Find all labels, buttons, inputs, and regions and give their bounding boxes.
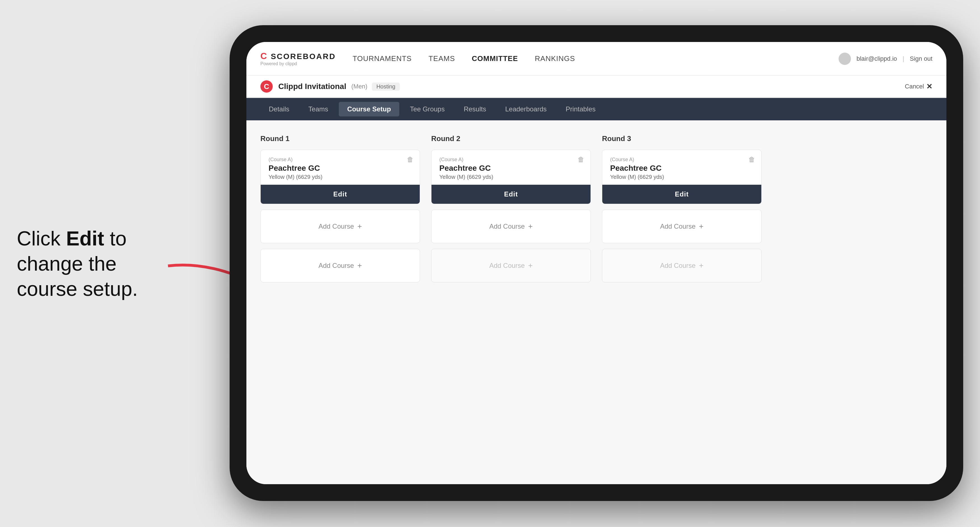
round-3-plus-icon-2: + bbox=[699, 261, 703, 270]
instruction-bold: Edit bbox=[66, 227, 104, 250]
round-1-delete-icon[interactable]: 🗑 bbox=[405, 154, 415, 165]
powered-by-text: Powered by clippd bbox=[260, 61, 336, 66]
round-1-add-course-text-1: Add Course + bbox=[318, 222, 362, 231]
user-email: blair@clippd.io bbox=[856, 55, 897, 62]
hosting-badge: Hosting bbox=[372, 83, 400, 90]
round-2-column: Round 2 (Course A) Peachtree GC Yellow (… bbox=[431, 134, 591, 288]
logo-area: C SCOREBOARD Powered by clippd bbox=[260, 51, 336, 66]
round-1-add-course-text-2: Add Course + bbox=[318, 261, 362, 270]
round-2-plus-icon-1: + bbox=[528, 222, 533, 231]
round-3-column: Round 3 (Course A) Peachtree GC Yellow (… bbox=[602, 134, 762, 288]
round-2-add-course-label-2: Add Course bbox=[489, 262, 525, 270]
round-3-plus-icon-1: + bbox=[699, 222, 703, 231]
round-1-course-name: Peachtree GC bbox=[269, 164, 412, 173]
round-1-edit-button[interactable]: Edit bbox=[261, 185, 420, 204]
round-2-header: Round 2 bbox=[431, 134, 591, 143]
tournament-gender: (Men) bbox=[352, 83, 368, 90]
round-1-column: Round 1 (Course A) Peachtree GC Yellow (… bbox=[260, 134, 420, 288]
round-3-add-course-label-2: Add Course bbox=[660, 262, 695, 270]
nav-separator: | bbox=[903, 55, 904, 62]
round-1-course-inner: (Course A) Peachtree GC Yellow (M) (6629… bbox=[261, 150, 420, 180]
tab-details[interactable]: Details bbox=[260, 102, 298, 116]
tab-teams[interactable]: Teams bbox=[300, 102, 337, 116]
nav-tournaments[interactable]: TOURNAMENTS bbox=[353, 54, 412, 63]
scoreboard-logo: C SCOREBOARD bbox=[260, 51, 336, 61]
nav-links: TOURNAMENTS TEAMS COMMITTEE RANKINGS bbox=[353, 54, 838, 63]
round-3-course-details: Yellow (M) (6629 yds) bbox=[610, 174, 754, 180]
round-1-add-course-label-1: Add Course bbox=[318, 222, 354, 230]
rounds-grid: Round 1 (Course A) Peachtree GC Yellow (… bbox=[260, 134, 932, 288]
round-3-add-course-1[interactable]: Add Course + bbox=[602, 210, 762, 243]
round-2-course-inner: (Course A) Peachtree GC Yellow (M) (6629… bbox=[431, 150, 590, 180]
round-1-add-course-1[interactable]: Add Course + bbox=[260, 210, 420, 243]
round-2-course-label: (Course A) bbox=[439, 157, 583, 163]
tab-printables[interactable]: Printables bbox=[557, 102, 604, 116]
tournament-logo-letter: C bbox=[264, 82, 269, 91]
round-1-plus-icon-2: + bbox=[357, 261, 362, 270]
round-3-header: Round 3 bbox=[602, 134, 762, 143]
round-3-add-course-text-1: Add Course + bbox=[660, 222, 703, 231]
tabs-row: Details Teams Course Setup Tee Groups Re… bbox=[247, 98, 947, 121]
tablet-screen: C SCOREBOARD Powered by clippd TOURNAMEN… bbox=[247, 42, 947, 484]
tab-course-setup[interactable]: Course Setup bbox=[339, 102, 399, 116]
tournament-logo: C bbox=[260, 80, 273, 93]
tournament-name: Clippd Invitational bbox=[278, 82, 346, 91]
round-2-course-card: (Course A) Peachtree GC Yellow (M) (6629… bbox=[431, 150, 591, 204]
nav-rankings[interactable]: RANKINGS bbox=[535, 54, 575, 63]
round-2-delete-icon[interactable]: 🗑 bbox=[576, 154, 586, 165]
round-2-add-course-label-1: Add Course bbox=[489, 222, 525, 230]
cancel-button[interactable]: Cancel ✕ bbox=[905, 82, 932, 91]
round-1-plus-icon-1: + bbox=[357, 222, 362, 231]
round-3-add-course-2: Add Course + bbox=[602, 249, 762, 283]
round-3-edit-button[interactable]: Edit bbox=[602, 185, 761, 204]
round-2-add-course-text-1: Add Course + bbox=[489, 222, 533, 231]
logo-c-letter: C bbox=[260, 51, 268, 61]
round-3-course-inner: (Course A) Peachtree GC Yellow (M) (6629… bbox=[602, 150, 761, 180]
round-2-add-course-2: Add Course + bbox=[431, 249, 591, 283]
cancel-x-icon: ✕ bbox=[926, 82, 932, 91]
round-3-add-course-label-1: Add Course bbox=[660, 222, 695, 230]
round-2-course-name: Peachtree GC bbox=[439, 164, 583, 173]
instruction-text: Click Edit tochange thecourse setup. bbox=[17, 226, 138, 302]
round-1-add-course-2[interactable]: Add Course + bbox=[260, 249, 420, 283]
round-3-delete-icon[interactable]: 🗑 bbox=[747, 154, 757, 165]
round-2-add-course-text-2: Add Course + bbox=[489, 261, 533, 270]
tab-leaderboards[interactable]: Leaderboards bbox=[497, 102, 555, 116]
round-1-header: Round 1 bbox=[260, 134, 420, 143]
round-1-course-details: Yellow (M) (6629 yds) bbox=[269, 174, 412, 180]
nav-right: blair@clippd.io | Sign out bbox=[838, 52, 932, 65]
cancel-label: Cancel bbox=[905, 83, 924, 90]
nav-teams[interactable]: TEAMS bbox=[428, 54, 455, 63]
instruction-line1: Click Edit tochange thecourse setup. bbox=[17, 227, 138, 300]
round-2-edit-button[interactable]: Edit bbox=[431, 185, 590, 204]
round-3-course-card: (Course A) Peachtree GC Yellow (M) (6629… bbox=[602, 150, 762, 204]
tab-tee-groups[interactable]: Tee Groups bbox=[401, 102, 453, 116]
scene: Click Edit tochange thecourse setup. C S… bbox=[0, 0, 980, 527]
round-3-course-name: Peachtree GC bbox=[610, 164, 754, 173]
round-2-plus-icon-2: + bbox=[528, 261, 533, 270]
round-2-course-details: Yellow (M) (6629 yds) bbox=[439, 174, 583, 180]
round-3-course-label: (Course A) bbox=[610, 157, 754, 163]
main-content: Round 1 (Course A) Peachtree GC Yellow (… bbox=[247, 121, 947, 484]
round-1-course-card: (Course A) Peachtree GC Yellow (M) (6629… bbox=[260, 150, 420, 204]
top-nav: C SCOREBOARD Powered by clippd TOURNAMEN… bbox=[247, 42, 947, 76]
tablet-device: C SCOREBOARD Powered by clippd TOURNAMEN… bbox=[230, 25, 963, 501]
nav-committee[interactable]: COMMITTEE bbox=[472, 54, 518, 63]
round-1-add-course-label-2: Add Course bbox=[318, 262, 354, 270]
round-1-course-label: (Course A) bbox=[269, 157, 412, 163]
user-avatar bbox=[838, 52, 851, 65]
secondary-header: C Clippd Invitational (Men) Hosting Canc… bbox=[247, 76, 947, 98]
round-2-add-course-1[interactable]: Add Course + bbox=[431, 210, 591, 243]
round-3-add-course-text-2: Add Course + bbox=[660, 261, 703, 270]
scoreboard-text: SCOREBOARD bbox=[271, 52, 336, 61]
round-4-empty-column bbox=[773, 134, 932, 288]
sign-out-link[interactable]: Sign out bbox=[910, 55, 932, 62]
tab-results[interactable]: Results bbox=[455, 102, 495, 116]
